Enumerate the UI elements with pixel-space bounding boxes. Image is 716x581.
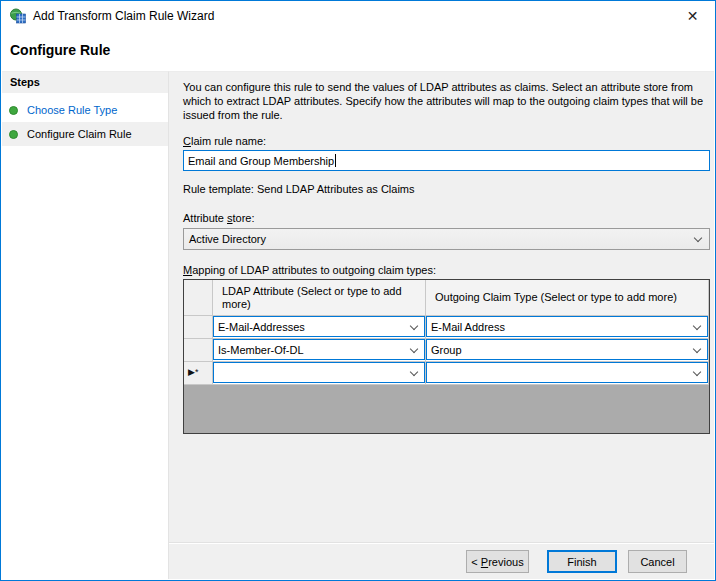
column-header-ldap-attribute: LDAP Attribute (Select or type to add mo… <box>213 280 426 316</box>
ldap-attribute-cell: E-Mail-Addresses <box>213 316 426 339</box>
step-list: Choose Rule Type Configure Claim Rule <box>2 98 168 146</box>
outgoing-claim-type-select[interactable]: E-Mail Address <box>426 316 708 337</box>
claim-rule-name-input[interactable]: Email and Group Membership <box>183 150 710 171</box>
claim-rule-name-label: Claim rule name: <box>183 135 709 147</box>
label-text: revious <box>488 556 523 568</box>
corner-header-cell <box>184 280 213 316</box>
label-text: Attribute <box>183 212 227 224</box>
steps-heading: Steps <box>2 72 168 93</box>
cell-value: E-Mail Address <box>431 321 505 333</box>
outgoing-claim-type-cell: Group <box>426 339 709 362</box>
title-bar: Add Transform Claim Rule Wizard ✕ <box>1 1 715 31</box>
wizard-window: Add Transform Claim Rule Wizard ✕ Config… <box>0 0 716 581</box>
step-completed-icon <box>9 106 18 115</box>
outgoing-claim-type-cell: E-Mail Address <box>426 316 709 339</box>
chevron-down-icon <box>693 368 701 376</box>
ldap-attribute-select[interactable]: E-Mail-Addresses <box>213 316 425 337</box>
attribute-store-select[interactable]: Active Directory <box>183 228 710 250</box>
ldap-attribute-cell: Is-Member-Of-DL <box>213 339 426 362</box>
main-content: You can configure this rule to send the … <box>169 71 714 579</box>
chevron-down-icon <box>410 368 418 376</box>
outgoing-claim-type-select[interactable] <box>426 362 708 383</box>
label-text: laim rule name: <box>191 135 266 147</box>
ldap-attribute-select[interactable]: Is-Member-Of-DL <box>213 339 425 360</box>
rule-description: You can configure this rule to send the … <box>183 80 705 122</box>
table-empty-area <box>184 385 709 433</box>
chevron-down-icon <box>410 322 418 330</box>
cell-value: E-Mail-Addresses <box>218 321 305 333</box>
button-label: < Previous <box>471 556 523 568</box>
step-label: Choose Rule Type <box>27 104 117 116</box>
button-label: Finish <box>567 556 596 568</box>
adfs-claim-rule-icon <box>10 8 26 24</box>
sidebar-item-configure-claim-rule[interactable]: Configure Claim Rule <box>2 122 168 146</box>
label-text: apping of LDAP attributes to outgoing cl… <box>192 264 436 276</box>
previous-button[interactable]: < Previous <box>466 550 529 573</box>
claim-rule-name-value: Email and Group Membership <box>188 155 334 167</box>
row-selector[interactable] <box>184 339 213 362</box>
chevron-down-icon <box>694 234 702 242</box>
chevron-down-icon <box>693 322 701 330</box>
outgoing-claim-type-cell <box>426 362 709 385</box>
close-icon: ✕ <box>687 8 699 24</box>
text-caret <box>335 154 336 167</box>
cell-value: Is-Member-Of-DL <box>218 344 304 356</box>
mapping-label: Mapping of LDAP attributes to outgoing c… <box>183 264 709 276</box>
button-bar: < Previous Finish Cancel <box>169 543 714 579</box>
accesskey-char: C <box>183 135 191 147</box>
column-header-outgoing-claim-type: Outgoing Claim Type (Select or type to a… <box>426 280 709 316</box>
accesskey-char: M <box>183 264 192 276</box>
step-completed-icon <box>9 130 18 139</box>
step-label: Configure Claim Rule <box>27 128 132 140</box>
chevron-down-icon <box>410 345 418 353</box>
window-title: Add Transform Claim Rule Wizard <box>33 9 214 23</box>
mapping-table: LDAP Attribute (Select or type to add mo… <box>183 279 710 434</box>
finish-button[interactable]: Finish <box>547 550 617 573</box>
row-selector[interactable] <box>184 316 213 339</box>
cancel-button[interactable]: Cancel <box>628 550 687 573</box>
page-title: Configure Rule <box>1 31 715 71</box>
attribute-store-label: Attribute store: <box>183 212 709 224</box>
close-button[interactable]: ✕ <box>670 1 715 31</box>
steps-sidebar: Steps Choose Rule Type Configure Claim R… <box>2 71 169 579</box>
cell-value: Group <box>431 344 462 356</box>
outgoing-claim-type-select[interactable]: Group <box>426 339 708 360</box>
sidebar-item-choose-rule-type[interactable]: Choose Rule Type <box>2 98 168 122</box>
button-label: Cancel <box>640 556 674 568</box>
ldap-attribute-cell <box>213 362 426 385</box>
attribute-store-value: Active Directory <box>189 233 266 245</box>
label-text: < <box>471 556 480 568</box>
label-text: tore: <box>233 212 255 224</box>
rule-template-text: Rule template: Send LDAP Attributes as C… <box>183 183 709 195</box>
chevron-down-icon <box>693 345 701 353</box>
new-row-icon[interactable]: ▶* <box>184 362 213 385</box>
ldap-attribute-select[interactable] <box>213 362 425 383</box>
